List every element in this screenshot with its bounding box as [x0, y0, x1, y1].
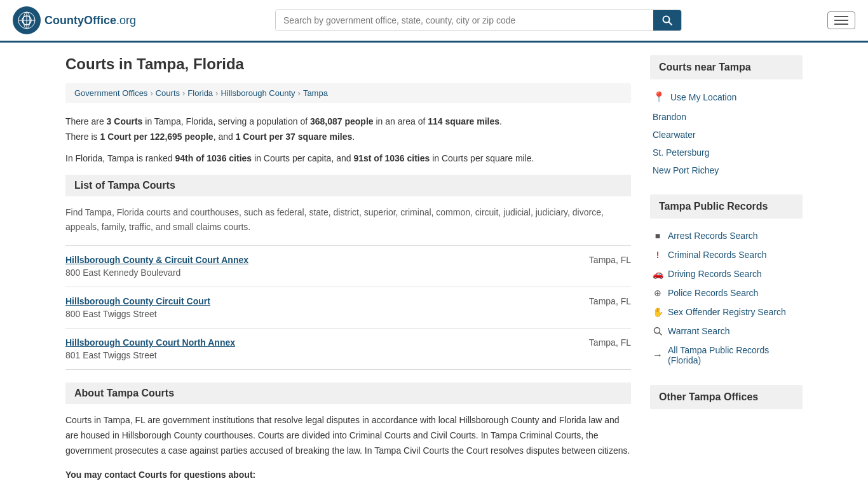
logo-text: CountyOffice.org: [44, 14, 136, 27]
sex-offender-link[interactable]: ✋ Sex Offender Registry Search: [650, 302, 803, 322]
criminal-records-link[interactable]: ! Criminal Records Search: [650, 245, 803, 264]
court-location: Tampa, FL: [589, 255, 631, 265]
sidebar: Courts near Tampa 📍 Use My Location Bran…: [650, 55, 803, 488]
arrest-records-link[interactable]: ■ Arrest Records Search: [650, 226, 803, 245]
sidebar-link-st-pete[interactable]: St. Petersburg: [650, 144, 803, 161]
breadcrumb-link[interactable]: Courts: [156, 88, 180, 98]
svg-line-8: [660, 333, 662, 336]
table-row: Hillsborough County Circuit Court 800 Ea…: [65, 287, 631, 328]
svg-line-6: [669, 22, 672, 25]
breadcrumb-separator: ›: [182, 88, 185, 98]
menu-line: [834, 16, 848, 17]
driving-records-link[interactable]: 🚗 Driving Records Search: [650, 264, 803, 283]
court-name-link[interactable]: Hillsborough County Court North Annex: [65, 337, 235, 348]
arrest-icon: ■: [653, 231, 663, 241]
courts-near-title: Courts near Tampa: [650, 55, 803, 79]
menu-line: [834, 24, 848, 25]
page-title: Courts in Tampa, Florida: [65, 55, 631, 73]
other-offices-section: Other Tampa Offices: [650, 385, 803, 409]
court-address: 801 East Twiggs Street: [65, 350, 157, 360]
stats-text: There are 3 Courts in Tampa, Florida, se…: [65, 114, 631, 166]
public-records-section: Tampa Public Records ■ Arrest Records Se…: [650, 194, 803, 370]
breadcrumb-separator: ›: [215, 88, 218, 98]
police-icon: ⊕: [653, 288, 663, 298]
menu-line: [834, 20, 848, 21]
arrow-right-icon: →: [653, 349, 663, 361]
breadcrumb-link[interactable]: Tampa: [303, 88, 328, 98]
use-location-item: 📍 Use My Location: [650, 87, 803, 107]
court-name-link[interactable]: Hillsborough County Circuit Court: [65, 296, 210, 306]
stats-line1-mid2: in an area of: [374, 116, 428, 126]
breadcrumb: Government Offices › Courts › Florida › …: [65, 83, 631, 103]
stats-line1-mid: in Tampa, Florida, serving a population …: [142, 116, 310, 126]
sidebar-link-brandon[interactable]: Brandon: [650, 108, 803, 126]
breadcrumb-link[interactable]: Florida: [187, 88, 213, 98]
breadcrumb-separator: ›: [150, 88, 153, 98]
search-input[interactable]: [276, 10, 653, 30]
sex-offender-icon: ✋: [653, 307, 663, 317]
warrant-icon: [653, 326, 663, 336]
about-section-header: About Tampa Courts: [65, 383, 631, 404]
per-area: 1 Court per 37 square miles: [236, 132, 353, 142]
courts-list: Hillsborough County & Circuit Court Anne…: [65, 245, 631, 370]
courts-count: 3 Courts: [107, 116, 143, 126]
population: 368,087 people: [310, 116, 374, 126]
area: 114 square miles: [428, 116, 499, 126]
police-records-link[interactable]: ⊕ Police Records Search: [650, 283, 803, 302]
table-row: Hillsborough County & Circuit Court Anne…: [65, 245, 631, 287]
menu-button[interactable]: [827, 11, 855, 29]
court-location: Tampa, FL: [589, 337, 631, 348]
breadcrumb-link[interactable]: Hillsborough County: [220, 88, 295, 98]
per-capita: 1 Court per 122,695 people: [100, 132, 213, 142]
logo-icon: [13, 6, 41, 34]
sidebar-link-clearwater[interactable]: Clearwater: [650, 126, 803, 144]
stats-line1-pre: There are: [65, 116, 107, 126]
location-pin-icon: 📍: [653, 91, 665, 103]
about-text: Courts in Tampa, FL are government insti…: [65, 413, 631, 458]
search-button[interactable]: [653, 10, 681, 30]
court-address: 800 East Kennedy Boulevard: [65, 268, 180, 278]
contact-line: You may contact Courts for questions abo…: [65, 468, 631, 483]
court-location: Tampa, FL: [589, 296, 631, 306]
court-address: 800 East Twiggs Street: [65, 309, 157, 319]
breadcrumb-separator: ›: [298, 88, 301, 98]
other-offices-title: Other Tampa Offices: [650, 385, 803, 409]
criminal-icon: !: [653, 250, 663, 260]
table-row: Hillsborough County Court North Annex 80…: [65, 328, 631, 370]
all-public-records-link[interactable]: → All Tampa Public Records (Florida): [650, 341, 803, 370]
search-bar: [275, 10, 682, 31]
list-section-desc: Find Tampa, Florida courts and courthous…: [65, 205, 631, 234]
logo[interactable]: CountyOffice.org: [13, 6, 136, 34]
list-section-header: List of Tampa Courts: [65, 175, 631, 196]
courts-near-section: Courts near Tampa 📍 Use My Location Bran…: [650, 55, 803, 179]
use-location-link[interactable]: Use My Location: [670, 92, 736, 102]
breadcrumb-link[interactable]: Government Offices: [74, 88, 147, 98]
sidebar-link-new-port-richey[interactable]: New Port Richey: [650, 161, 803, 179]
court-name-link[interactable]: Hillsborough County & Circuit Court Anne…: [65, 255, 248, 265]
public-records-title: Tampa Public Records: [650, 194, 803, 219]
driving-icon: 🚗: [653, 269, 663, 279]
warrant-search-link[interactable]: Warrant Search: [650, 322, 803, 341]
